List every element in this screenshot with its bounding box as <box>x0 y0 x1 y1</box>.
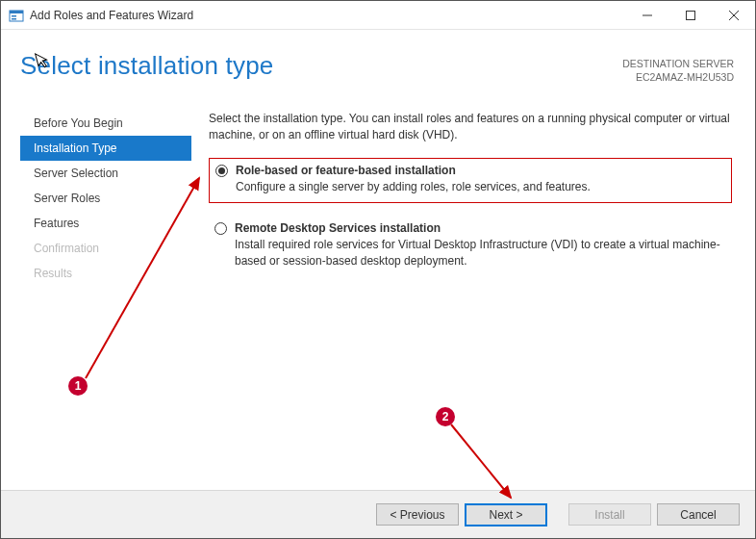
option-role-based-title: Role-based or feature-based installation <box>236 163 725 179</box>
content-pane: Select the installation type. You can in… <box>191 105 736 473</box>
close-button[interactable] <box>712 1 755 29</box>
minimize-button[interactable] <box>625 1 668 29</box>
option-remote-desktop-desc: Install required role services for Virtu… <box>235 237 726 270</box>
nav-confirmation: Confirmation <box>20 236 191 261</box>
radio-role-based[interactable] <box>215 165 228 177</box>
window-controls <box>625 1 755 29</box>
nav-installation-type[interactable]: Installation Type <box>20 136 191 161</box>
nav-features[interactable]: Features <box>20 211 191 236</box>
previous-button[interactable]: < Previous <box>376 503 459 526</box>
nav-results: Results <box>20 261 191 286</box>
option-remote-desktop-title: Remote Desktop Services installation <box>235 220 726 237</box>
next-button[interactable]: Next > <box>465 503 547 526</box>
app-icon <box>9 8 24 23</box>
titlebar: Add Roles and Features Wizard <box>1 1 755 30</box>
wizard-nav: Before You Begin Installation Type Serve… <box>20 105 191 473</box>
maximize-button[interactable] <box>668 1 712 29</box>
footer-bar: < Previous Next > Install Cancel <box>1 490 755 538</box>
destination-server-block: DESTINATION SERVER EC2AMAZ-MH2U53D <box>622 57 734 84</box>
destination-label: DESTINATION SERVER <box>622 57 734 70</box>
nav-server-roles[interactable]: Server Roles <box>20 186 191 211</box>
intro-text: Select the installation type. You can in… <box>209 111 732 144</box>
header-area: Select installation type DESTINATION SER… <box>1 30 755 105</box>
svg-rect-5 <box>686 11 694 19</box>
svg-rect-3 <box>12 18 16 20</box>
radio-remote-desktop[interactable] <box>214 222 227 235</box>
body-area: Before You Begin Installation Type Serve… <box>1 105 755 473</box>
svg-rect-2 <box>12 15 16 17</box>
svg-rect-1 <box>10 11 23 13</box>
window-title: Add Roles and Features Wizard <box>30 9 193 22</box>
option-role-based-desc: Configure a single server by adding role… <box>236 179 725 195</box>
cancel-button[interactable]: Cancel <box>657 503 740 526</box>
destination-value: EC2AMAZ-MH2U53D <box>622 70 734 84</box>
install-button: Install <box>568 503 651 526</box>
option-role-based[interactable]: Role-based or feature-based installation… <box>209 158 732 203</box>
nav-before-you-begin[interactable]: Before You Begin <box>20 111 191 136</box>
nav-server-selection[interactable]: Server Selection <box>20 161 191 186</box>
option-remote-desktop[interactable]: Remote Desktop Services installation Ins… <box>209 217 732 276</box>
